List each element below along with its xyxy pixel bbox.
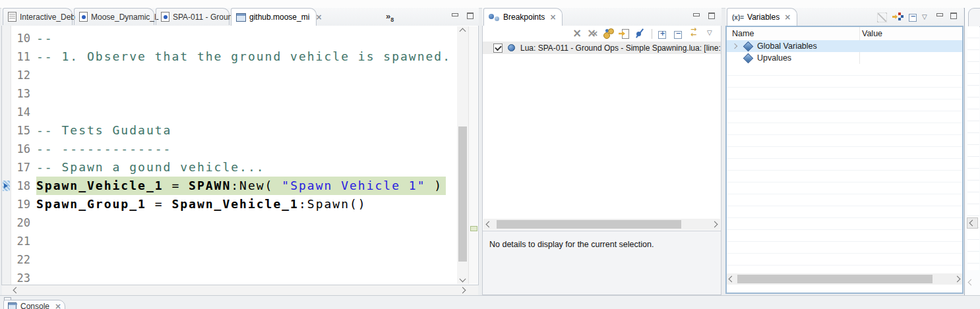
- code-line-17[interactable]: -- Spawn a gound vehicle...: [36, 158, 457, 177]
- scroll-left-icon[interactable]: [967, 217, 978, 229]
- code-editor[interactable]: 1011121314151617181920212223 ---- 1. Obs…: [1, 26, 479, 285]
- variable-row-Upvalues[interactable]: Upvalues: [727, 52, 962, 64]
- variables-icon: (x)=: [732, 14, 744, 21]
- maximize-icon[interactable]: [708, 13, 715, 19]
- column-header-name[interactable]: Name: [732, 29, 754, 38]
- code-line-15[interactable]: -- Tests Gudauta: [36, 121, 457, 140]
- code-line-18[interactable]: Spawn_Vehicle_1 = SPAWN:New( "Spawn Vehi…: [36, 177, 457, 195]
- code-line-22[interactable]: [36, 250, 457, 269]
- close-icon[interactable]: ×: [55, 302, 61, 309]
- editor-panel: Interactive_DebMoose_Dynamic_LSPA-011 - …: [1, 8, 479, 295]
- breakpoint-enabled-checkbox[interactable]: [493, 43, 503, 53]
- show-type-names-icon[interactable]: [877, 13, 887, 22]
- code-segment: :Spawn(): [299, 197, 367, 211]
- scroll-down-icon[interactable]: [457, 274, 468, 284]
- scrollbar-thumb[interactable]: [737, 275, 933, 283]
- minimize-icon[interactable]: [692, 13, 700, 19]
- current-instruction-pointer-icon: [3, 181, 10, 191]
- remove-icon[interactable]: [571, 28, 582, 39]
- annotation-marker[interactable]: [470, 226, 477, 231]
- tab-variables[interactable]: (x)= Variables ×: [727, 8, 797, 26]
- scroll-right-icon[interactable]: [709, 219, 720, 229]
- variable-row-Global Variables[interactable]: Global Variables: [727, 40, 962, 52]
- code-line-16[interactable]: -- -------------: [36, 140, 457, 158]
- scrollbar-thumb[interactable]: [497, 220, 681, 229]
- variables-horizontal-scrollbar[interactable]: [727, 273, 962, 285]
- skip-all-icon[interactable]: [634, 28, 646, 39]
- code-line-23[interactable]: [36, 269, 457, 287]
- line-number: 16: [11, 140, 34, 158]
- link-debug-icon[interactable]: [690, 28, 701, 39]
- editor-tab-Interactive_Deb[interactable]: Interactive_Deb: [3, 8, 73, 25]
- code-segment: --: [36, 31, 53, 45]
- code-line-10[interactable]: --: [36, 29, 457, 47]
- scroll-left-icon[interactable]: [483, 219, 495, 229]
- breakpoints-list[interactable]: Lua: SPA-011 - Ground Ops - Simple Spawn…: [483, 42, 721, 219]
- editor-vertical-scrollbar[interactable]: [457, 26, 468, 284]
- collapse-all-icon[interactable]: [909, 11, 920, 22]
- overview-ruler[interactable]: [468, 26, 477, 284]
- window-file-icon: [236, 13, 246, 22]
- view-menu-icon[interactable]: [706, 28, 717, 39]
- code-line-14[interactable]: [36, 103, 457, 121]
- code-line-20[interactable]: [36, 213, 457, 232]
- show-supported-icon[interactable]: [603, 28, 614, 39]
- line-number: 21: [11, 232, 34, 250]
- show-logical-icon[interactable]: [892, 11, 903, 22]
- scroll-up-icon[interactable]: [457, 26, 468, 36]
- breakpoints-body: Lua: SPA-011 - Ground Ops - Simple Spawn…: [482, 26, 721, 295]
- breakpoints-icon: [489, 13, 500, 22]
- code-text-area[interactable]: ---- 1. Observe that the ground vehicle …: [36, 26, 457, 287]
- maximize-icon[interactable]: [466, 13, 474, 19]
- line-number: 13: [11, 84, 34, 103]
- close-icon[interactable]: ×: [315, 13, 322, 22]
- variables-view: (x)= Variables × Name Value Global Varia…: [725, 8, 964, 295]
- tab-label: Breakpoints: [503, 13, 545, 22]
- tab-console[interactable]: Console ×: [3, 300, 65, 309]
- code-segment: Spawn_Vehicle_1: [171, 197, 299, 211]
- breakpoint-row[interactable]: Lua: SPA-011 - Ground Ops - Simple Spawn…: [483, 42, 721, 54]
- remove-all-icon[interactable]: [587, 28, 598, 39]
- expand-all-icon[interactable]: [658, 28, 669, 39]
- expand-chevron-icon[interactable]: [732, 43, 737, 49]
- editor-marker-gutter[interactable]: [2, 26, 11, 285]
- editor-tab-github.moose_mi[interactable]: github.moose_mi×: [231, 8, 317, 26]
- editor-tab-Moose_Dynamic_L[interactable]: Moose_Dynamic_L: [74, 8, 154, 25]
- adjacent-view-sliver: [964, 8, 980, 295]
- scroll-left-icon[interactable]: [969, 275, 973, 287]
- line-number: 22: [11, 250, 34, 269]
- code-line-13[interactable]: [36, 84, 457, 103]
- line-number: 15: [11, 121, 34, 140]
- scroll-left-icon[interactable]: [727, 273, 737, 285]
- scrollbar-thumb[interactable]: [458, 126, 467, 262]
- scroll-left-icon[interactable]: [11, 285, 21, 295]
- minimize-icon[interactable]: [451, 13, 458, 19]
- close-icon[interactable]: ×: [549, 13, 556, 22]
- close-icon[interactable]: ×: [784, 13, 791, 22]
- variables-table: Name Value Global VariablesUpvalues: [725, 26, 964, 294]
- minimize-icon[interactable]: [936, 13, 943, 19]
- code-line-11[interactable]: -- 1. Observe that the ground vehicle is…: [36, 47, 457, 66]
- code-segment: "Spawn Vehicle 1": [282, 179, 425, 192]
- scroll-right-icon[interactable]: [458, 285, 468, 295]
- tab-label: Console: [20, 302, 49, 309]
- editor-horizontal-scrollbar[interactable]: [2, 285, 478, 295]
- scroll-right-icon[interactable]: [952, 273, 962, 285]
- tab-overflow-chevron[interactable]: »8: [386, 11, 394, 23]
- tab-breakpoints[interactable]: Breakpoints ×: [483, 8, 563, 26]
- editor-tab-SPA-011 - Groun[interactable]: SPA-011 - Groun: [156, 8, 230, 25]
- view-menu-icon[interactable]: [921, 13, 929, 23]
- line-number: 11: [11, 47, 34, 66]
- breakpoints-horizontal-scrollbar[interactable]: [483, 219, 720, 230]
- partial-table-rows: [967, 26, 979, 270]
- tab-label: Moose_Dynamic_L: [91, 13, 159, 22]
- maximize-icon[interactable]: [950, 13, 957, 19]
- line-number: 17: [11, 158, 34, 177]
- code-line-19[interactable]: Spawn_Group_1 = Spawn_Vehicle_1:Spawn(): [36, 195, 457, 213]
- code-line-21[interactable]: [36, 232, 457, 250]
- line-number: 19: [11, 195, 34, 213]
- code-line-12[interactable]: [36, 66, 457, 84]
- collapse-all-icon[interactable]: [674, 28, 685, 39]
- column-header-value[interactable]: Value: [862, 29, 882, 38]
- goto-file-icon[interactable]: [619, 28, 630, 39]
